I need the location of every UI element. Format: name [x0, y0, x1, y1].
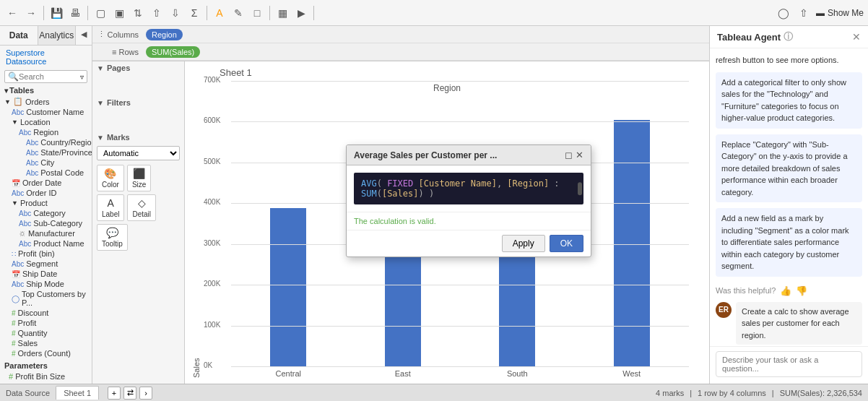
collapse-tables-icon[interactable]: ▾: [4, 87, 8, 95]
frame-btn[interactable]: □: [249, 5, 265, 21]
thumbs-down-btn-1[interactable]: 👎: [796, 285, 807, 296]
data-source-tab[interactable]: Data Source: [6, 389, 50, 397]
add-sheet-btn[interactable]: +: [108, 387, 121, 400]
tree-profit[interactable]: # Profit: [0, 318, 92, 328]
ok-btn[interactable]: OK: [550, 235, 583, 252]
bar-central[interactable]: [231, 208, 346, 367]
tree-discount[interactable]: # Discount: [0, 308, 92, 318]
sheet-tab[interactable]: Sheet 1: [56, 386, 99, 400]
agent-title: Tableau Agent ⓘ: [717, 30, 793, 43]
new-sheet-btn[interactable]: ▢: [92, 5, 108, 21]
tree-profit-bin[interactable]: ∷ Profit (bin): [0, 249, 92, 259]
viz-btn[interactable]: ▦: [274, 5, 290, 21]
duplicate-sheet-btn[interactable]: ⇄: [123, 387, 136, 400]
tree-ship-date[interactable]: 📅 Ship Date: [0, 269, 92, 279]
datasource-label[interactable]: Superstore Datasource: [0, 46, 92, 69]
bar-south[interactable]: [460, 243, 575, 367]
bar-central-rect[interactable]: [270, 208, 306, 367]
tree-country[interactable]: Abc Country/Region: [0, 137, 92, 147]
sum-btn[interactable]: Σ: [186, 5, 202, 21]
tree-orders-count[interactable]: # Orders (Count): [0, 348, 92, 358]
tree-customer-name[interactable]: Abc Customer Name: [0, 107, 92, 117]
agent-suggestion-2[interactable]: Replace "Category" with "Sub-Category" o…: [716, 134, 862, 203]
tree-top-customers[interactable]: ◯ Top Customers by P...: [0, 289, 92, 308]
marks-header[interactable]: ▼ Marks: [92, 131, 184, 144]
param-profit-bin[interactable]: # Profit Bin Size: [0, 371, 92, 381]
show-me-btn[interactable]: ▬ Show Me: [816, 8, 864, 18]
label-icon: A: [108, 197, 114, 209]
rows-content[interactable]: SUM(Sales): [143, 46, 709, 58]
tab-analytics[interactable]: Analytics: [38, 26, 77, 45]
tree-location[interactable]: ▼ Location: [0, 117, 92, 127]
bar-west-rect[interactable]: [614, 120, 650, 367]
sort-asc-btn[interactable]: ⇧: [149, 5, 165, 21]
agent-suggestion-3[interactable]: Add a new field as a mark by including "…: [716, 208, 862, 277]
sort-desc-btn[interactable]: ⇩: [168, 5, 183, 21]
tooltip-btn[interactable]: 💬 Tooltip: [97, 224, 128, 251]
tree-product[interactable]: ▼ Product: [0, 198, 92, 208]
dim-icon-seg: Abc: [12, 260, 24, 268]
bar-west[interactable]: [575, 120, 690, 367]
save-btn[interactable]: 💾: [48, 5, 64, 21]
thumbs-up-btn-1[interactable]: 👍: [780, 285, 791, 296]
tree-ship-mode[interactable]: Abc Ship Mode: [0, 279, 92, 289]
print-btn[interactable]: 🖶: [67, 5, 83, 21]
formula-scrollbar[interactable]: [578, 182, 582, 195]
region-pill[interactable]: Region: [146, 29, 183, 40]
agent-btn[interactable]: ◯: [776, 5, 791, 21]
present-btn[interactable]: ▶: [293, 5, 309, 21]
agent-header: Tableau Agent ⓘ ✕: [710, 26, 868, 48]
apply-btn[interactable]: Apply: [502, 235, 545, 252]
back-btn[interactable]: ←: [4, 5, 20, 21]
tree-category[interactable]: Abc Category: [0, 208, 92, 218]
size-btn[interactable]: ⬛ Size: [127, 165, 151, 191]
color-btn[interactable]: 🎨 Color: [97, 165, 124, 191]
marks-type-select[interactable]: Automatic: [97, 146, 180, 160]
tree-city[interactable]: Abc City: [0, 158, 92, 168]
tree-order-date[interactable]: 📅 Order Date: [0, 178, 92, 188]
detail-btn[interactable]: ◇ Detail: [127, 194, 156, 221]
highlight-btn[interactable]: A: [212, 5, 227, 21]
collapse-left-btn[interactable]: ◀: [76, 26, 92, 42]
tab-data[interactable]: Data: [0, 26, 38, 45]
dialog-controls: ◻ ✕: [565, 150, 583, 160]
valid-text: The calculation is valid.: [354, 217, 436, 225]
sales-pill[interactable]: SUM(Sales): [146, 46, 200, 58]
tree-postal[interactable]: Abc Postal Code: [0, 168, 92, 178]
tree-orders[interactable]: ▼ 📋 Orders: [0, 96, 92, 107]
search-box: 🔍 ▿: [4, 70, 87, 83]
user-bubble: Create a calc to show average sales per …: [736, 302, 862, 345]
tree-order-id[interactable]: Abc Order ID: [0, 188, 92, 198]
dialog-resize-btn[interactable]: ◻: [565, 150, 573, 160]
user-avatar: ER: [716, 302, 732, 318]
agent-refresh-msg: refresh button to see more options.: [716, 54, 862, 66]
tree-quantity[interactable]: # Quantity: [0, 328, 92, 338]
tree-sales[interactable]: # Sales: [0, 338, 92, 348]
tree-manufacturer[interactable]: ⛭ Manufacturer: [0, 228, 92, 238]
agent-close-btn[interactable]: ✕: [852, 31, 861, 43]
agent-input[interactable]: [716, 351, 862, 377]
tree-segment[interactable]: Abc Segment: [0, 259, 92, 269]
search-input[interactable]: [19, 72, 80, 81]
bar-south-rect[interactable]: [499, 243, 535, 367]
dialog-close-btn[interactable]: ✕: [576, 150, 583, 160]
filter-icon[interactable]: ▿: [80, 73, 84, 81]
forward-btn[interactable]: →: [23, 5, 39, 21]
agent-info-icon[interactable]: ⓘ: [784, 30, 793, 43]
annotate-btn[interactable]: ✎: [230, 5, 246, 21]
label-btn[interactable]: A Label: [97, 194, 124, 221]
filters-header[interactable]: ▼ Filters: [92, 96, 184, 109]
tree-state[interactable]: Abc State/Province: [0, 147, 92, 158]
tree-sub-category[interactable]: Abc Sub-Category: [0, 218, 92, 228]
agent-suggestion-1[interactable]: Add a categorical filter to only show sa…: [716, 72, 862, 129]
swap-btn[interactable]: ⇅: [130, 5, 146, 21]
duplicate-btn[interactable]: ▣: [111, 5, 127, 21]
formula-editor[interactable]: AVG( FIXED [Customer Name], [Region] : S…: [354, 173, 583, 204]
tree-region[interactable]: Abc Region: [0, 127, 92, 137]
pages-header[interactable]: ▼ Pages: [92, 61, 184, 74]
columns-content[interactable]: Region: [143, 29, 709, 40]
move-sheet-btn[interactable]: ›: [139, 387, 152, 400]
center-panel: ⋮ Columns Region ≡ Rows: [92, 26, 709, 384]
tree-product-name[interactable]: Abc Product Name: [0, 238, 92, 249]
share-btn[interactable]: ⇧: [796, 5, 812, 21]
